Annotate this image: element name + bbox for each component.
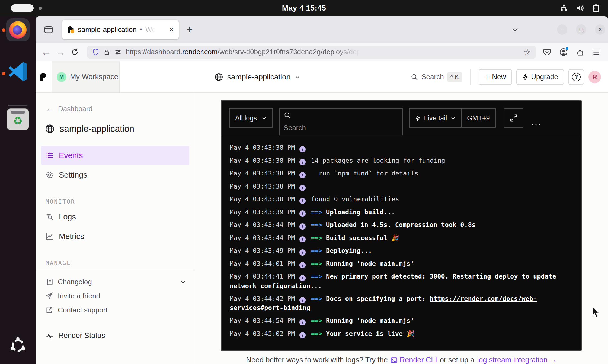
- tab-sample-application[interactable]: sample-application • We ×: [62, 20, 179, 39]
- url-text[interactable]: https://dashboard.render.com/web/srv-d0b…: [126, 48, 363, 56]
- service-selector[interactable]: sample-application: [215, 61, 300, 93]
- live-tail-dropdown[interactable]: Live tail: [410, 109, 461, 127]
- extensions-puzzle-icon[interactable]: [576, 48, 584, 56]
- info-icon: i: [299, 249, 306, 256]
- sidebar-item-events[interactable]: Events: [41, 146, 189, 165]
- sidebar-item-metrics[interactable]: Metrics: [41, 227, 189, 246]
- sidebar-item-settings[interactable]: Settings: [41, 165, 189, 184]
- url-domain: render.com: [182, 48, 217, 56]
- sidebar-item-invite[interactable]: Invite a friend: [41, 289, 189, 303]
- globe-icon: [45, 124, 55, 134]
- help-button[interactable]: ?: [568, 69, 584, 85]
- battery-icon[interactable]: [592, 4, 601, 12]
- global-search[interactable]: Search ^ K: [411, 72, 462, 82]
- log-search-input[interactable]: [284, 124, 398, 132]
- forward-button[interactable]: →: [56, 47, 65, 57]
- sidebar-item-contact[interactable]: Contact support: [41, 303, 189, 317]
- log-timestamp: May 4 03:43:38 PM: [230, 183, 295, 190]
- log-row: May 4 03:43:38 PMi: [230, 143, 573, 152]
- sidebar-item-changelog[interactable]: Changelog: [41, 275, 189, 289]
- timezone-button[interactable]: GMT+9: [462, 109, 495, 127]
- expand-logs-button[interactable]: [504, 108, 523, 128]
- sidebar-manage-heading: MANAGE: [46, 260, 189, 266]
- account-icon[interactable]: [559, 48, 568, 56]
- log-arrow: ==>: [311, 330, 322, 337]
- footer-text-middle: or set up a: [440, 356, 475, 364]
- new-button[interactable]: + New: [479, 69, 512, 85]
- info-icon: i: [299, 223, 306, 230]
- back-button[interactable]: ←: [41, 47, 51, 57]
- logs-footer-note: Need better ways to work with logs? Try …: [195, 356, 608, 364]
- timezone-label: GMT+9: [467, 114, 490, 122]
- question-icon: ?: [572, 73, 581, 81]
- app-header: M My Workspace sample-application S: [36, 61, 608, 93]
- upgrade-button[interactable]: Upgrade: [516, 69, 564, 85]
- window-minimize-button[interactable]: –: [557, 24, 567, 35]
- log-row: May 4 03:45:02 PMi==>Your service is liv…: [230, 329, 573, 339]
- window-maximize-button[interactable]: □: [576, 24, 586, 35]
- network-icon[interactable]: [560, 4, 568, 12]
- tab-bar: sample-application • We × + – □ ×: [36, 16, 608, 43]
- log-row: May 4 03:43:38 PMi: [230, 182, 573, 191]
- list-all-tabs-chevron-icon[interactable]: [511, 25, 519, 34]
- log-row: May 4 03:43:39 PMi==>Uploading build...: [230, 207, 573, 217]
- new-tab-button[interactable]: +: [186, 24, 193, 36]
- sidebar-item-logs[interactable]: Logs: [41, 207, 189, 226]
- bolt-icon: [522, 74, 528, 81]
- lock-icon[interactable]: [104, 48, 110, 56]
- log-timestamp: May 4 03:44:54 PM: [230, 317, 295, 324]
- dock-firefox[interactable]: [0, 18, 36, 41]
- workspace-selector[interactable]: M My Workspace: [52, 61, 120, 92]
- reload-button[interactable]: [71, 48, 79, 56]
- window-close-button[interactable]: ×: [595, 24, 605, 35]
- log-filter-dropdown[interactable]: All logs: [229, 108, 273, 128]
- log-arrow: ==>: [311, 317, 322, 324]
- dock-trash[interactable]: ♻: [0, 108, 36, 130]
- log-stream-link[interactable]: log stream integration →: [477, 356, 557, 364]
- log-timestamp: May 4 03:43:38 PM: [230, 170, 295, 177]
- browser-window: sample-application • We × + – □ × ← →: [36, 16, 608, 364]
- search-icon: [284, 111, 291, 119]
- system-clock[interactable]: May 4 15:45: [0, 0, 608, 16]
- chevron-down-icon: [295, 74, 300, 80]
- log-row: May 4 03:44:41 PMi==>New primary port de…: [230, 272, 573, 290]
- footer-text-before: Need better ways to work with logs? Try …: [246, 356, 388, 364]
- log-row: May 4 03:43:38 PMi14 packages are lookin…: [230, 156, 573, 165]
- dock-vscode[interactable]: [0, 60, 36, 83]
- chevron-down-icon: [450, 116, 456, 121]
- upgrade-button-label: Upgrade: [531, 73, 558, 81]
- log-search-box[interactable]: [279, 108, 403, 135]
- pocket-icon[interactable]: [543, 48, 551, 56]
- log-more-options-button[interactable]: ···: [531, 120, 542, 128]
- sidebar-service-name: sample-application: [60, 124, 134, 134]
- sidebar-service-title[interactable]: sample-application: [41, 124, 189, 134]
- log-row: May 4 03:43:44 PMi==>Build successful 🎉: [230, 233, 573, 243]
- log-timestamp: May 4 03:45:02 PM: [230, 330, 295, 337]
- log-message: Docs on specifying a port:: [326, 295, 430, 302]
- log-timestamp: May 4 03:43:38 PM: [230, 144, 295, 151]
- info-icon: i: [299, 146, 306, 152]
- log-message: run `npm fund` for details: [311, 170, 418, 177]
- log-row: May 4 03:44:54 PMi==>Running 'node main.…: [230, 316, 573, 325]
- url-bar[interactable]: https://dashboard.render.com/web/srv-d0b…: [87, 46, 536, 59]
- bookmark-star-icon[interactable]: ☆: [524, 47, 531, 57]
- volume-icon[interactable]: [575, 4, 584, 12]
- sidebar-monitor-heading: MONITOR: [46, 199, 189, 205]
- render-cli-link[interactable]: Render CLI: [391, 356, 437, 364]
- firefox-view-button[interactable]: [41, 23, 56, 36]
- back-arrow-icon: ←: [46, 104, 54, 113]
- dock-ubuntu[interactable]: [0, 337, 36, 354]
- sidebar-item-render-status[interactable]: Render Status: [41, 328, 189, 343]
- render-logo[interactable]: [36, 61, 52, 92]
- menu-hamburger-icon[interactable]: [592, 48, 600, 56]
- account-notification-dot: [565, 47, 569, 50]
- user-avatar[interactable]: R: [588, 71, 601, 83]
- permissions-icon[interactable]: [114, 48, 122, 56]
- log-timestamp: May 4 03:43:44 PM: [230, 221, 295, 229]
- tracking-shield-icon[interactable]: [92, 48, 100, 56]
- info-icon: i: [299, 236, 306, 242]
- sidebar-status-label: Render Status: [58, 331, 105, 340]
- tab-close-icon[interactable]: ×: [169, 25, 174, 34]
- sidebar-back-dashboard[interactable]: ← Dashboard: [41, 104, 189, 113]
- paper-plane-icon: [46, 292, 53, 300]
